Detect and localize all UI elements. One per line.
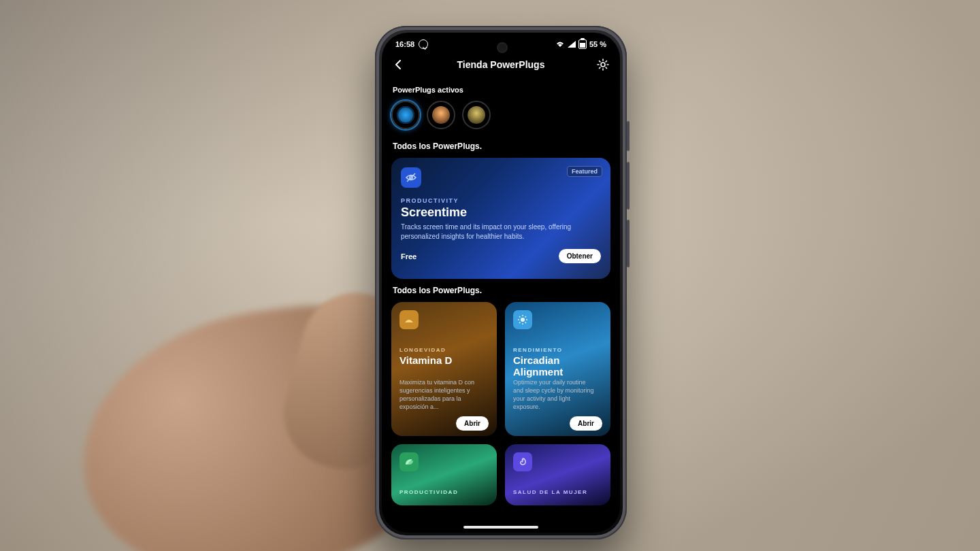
gear-icon[interactable] (597, 59, 609, 71)
active-plugs-row (391, 101, 610, 129)
eye-off-icon (401, 167, 421, 188)
all-plugs-label-2: Todos los PowerPlugs. (393, 286, 609, 295)
card-womens-health[interactable]: SALUD DE LA MUJER (505, 444, 610, 505)
active-plug-3[interactable] (462, 101, 491, 129)
scroll-content[interactable]: PowerPlugs activos Todos los PowerPlugs.… (382, 80, 620, 533)
wifi-icon (555, 41, 565, 48)
brightness-icon (513, 310, 532, 329)
side-button (627, 121, 630, 151)
phone-frame: 16:58 55 % Tienda PowerPlugs (375, 26, 627, 539)
plugs-grid: LONGEVIDAD Vitamina D Maximiza tu vitami… (391, 302, 610, 505)
card-title: Vitamina D (399, 354, 489, 366)
whatsapp-icon (419, 39, 428, 49)
card-kicker: PRODUCTIVIDAD (399, 489, 489, 495)
card-vitamin-d[interactable]: LONGEVIDAD Vitamina D Maximiza tu vitami… (391, 302, 497, 436)
card-circadian[interactable]: RENDIMIENTO Circadian Alignment Optimize… (505, 302, 610, 436)
open-button[interactable]: Abrir (456, 416, 489, 431)
front-camera (497, 42, 508, 53)
card-kicker: RENDIMIENTO (513, 347, 602, 353)
active-plug-2[interactable] (427, 101, 455, 129)
card-desc: Optimize your daily routine and sleep cy… (513, 378, 595, 412)
home-indicator[interactable] (463, 526, 538, 529)
signal-icon (568, 41, 576, 48)
battery-icon (578, 39, 587, 49)
get-button[interactable]: Obtener (559, 249, 601, 263)
featured-badge: Featured (567, 166, 602, 177)
status-time: 16:58 (395, 40, 414, 48)
page-title: Tienda PowerPlugs (457, 59, 545, 70)
card-title: Circadian Alignment (513, 354, 602, 378)
app-navbar: Tienda PowerPlugs (382, 49, 620, 76)
phone-screen: 16:58 55 % Tienda PowerPlugs (382, 33, 620, 533)
photo-background: 16:58 55 % Tienda PowerPlugs (0, 0, 980, 551)
featured-title: Screentime (401, 205, 601, 220)
featured-desc: Tracks screen time and its impact on you… (401, 222, 585, 241)
featured-price: Free (401, 252, 416, 261)
svg-line-11 (525, 316, 526, 317)
leaf-icon (399, 452, 419, 471)
card-desc: Maximiza tu vitamina D con sugerencias i… (399, 378, 482, 412)
svg-line-10 (519, 322, 520, 323)
svg-point-3 (521, 318, 525, 322)
featured-kicker: PRODUCTIVITY (401, 197, 601, 204)
svg-point-12 (522, 459, 524, 461)
active-plugs-label: PowerPlugs activos (393, 86, 609, 94)
all-plugs-label-1: Todos los PowerPlugs. (393, 141, 609, 151)
back-icon[interactable] (393, 59, 405, 71)
svg-line-8 (519, 316, 520, 317)
featured-card[interactable]: Featured PRODUCTIVITY Screentime Tracks … (391, 158, 610, 279)
open-button[interactable]: Abrir (570, 416, 602, 431)
svg-line-9 (525, 322, 526, 323)
card-kicker: SALUD DE LA MUJER (513, 489, 602, 495)
active-plug-1[interactable] (391, 101, 420, 129)
card-kicker: LONGEVIDAD (399, 347, 489, 353)
fetus-icon (513, 452, 532, 471)
card-productivity[interactable]: PRODUCTIVIDAD (391, 444, 497, 505)
status-battery: 55 % (589, 40, 606, 48)
sun-icon (399, 310, 419, 329)
svg-point-0 (601, 63, 605, 67)
volume-down-button (627, 220, 630, 267)
volume-up-button (627, 162, 630, 210)
